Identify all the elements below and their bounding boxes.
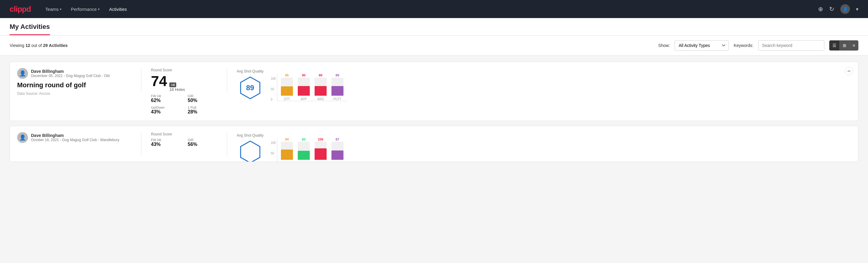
refresh-icon[interactable]: ↻ <box>829 5 834 12</box>
stat-label: 1 Putt <box>188 106 217 109</box>
bar-track-putt <box>332 142 343 160</box>
round-score-label: Round Score <box>151 132 217 136</box>
bar-track-app <box>298 142 310 160</box>
quality-section: Avg Shot Quality 89 100 50 <box>237 68 851 101</box>
nav-teams[interactable]: Teams ▾ <box>45 4 61 14</box>
search-input[interactable] <box>758 40 825 51</box>
chart-y-labels: 100 50 0 <box>271 77 276 101</box>
activity-type-select[interactable]: All Activity Types <box>675 40 729 51</box>
avatar[interactable]: 👤 <box>840 4 850 14</box>
viewing-prefix: Viewing <box>10 43 24 48</box>
avatar: 👤 <box>17 68 28 79</box>
stat-item: Up/Down 43% <box>151 106 181 115</box>
list-view-button[interactable]: ☰ <box>830 40 839 50</box>
page-title: My Activities <box>10 23 50 35</box>
bar-group-app: 83 APP <box>298 138 310 162</box>
keywords-label: Keywords: <box>734 43 753 48</box>
activity-card: 👤 Dave Billingham October 16, 2021 - Gog… <box>10 126 858 162</box>
stat-item: FW Hit 62% <box>151 94 181 103</box>
bar-label-app: APP <box>301 97 307 101</box>
nav-activities[interactable]: Activities <box>109 4 127 14</box>
activity-card: ✏ 👤 Dave Billingham December 05, 2021 - … <box>10 62 858 121</box>
user-row: 👤 Dave Billingham December 05, 2021 - Go… <box>17 68 131 79</box>
add-icon[interactable]: ⊕ <box>818 5 823 12</box>
viewing-total: 29 <box>43 43 48 48</box>
user-name: Dave Billingham <box>31 69 110 74</box>
bar-fill-arg <box>315 86 327 96</box>
hexagon: 89 <box>238 76 262 100</box>
bar-fill-ott <box>281 150 293 160</box>
stat-label: FW Hit <box>151 94 181 98</box>
stat-item: 1 Putt 28% <box>188 106 217 115</box>
data-source: Data Source: Arccos <box>17 91 131 96</box>
bars-container: 94 OTT 83 APP <box>277 138 347 162</box>
list-icon: ☰ <box>833 43 836 48</box>
viewing-of: out of <box>31 43 42 48</box>
bar-fill-app <box>298 86 310 96</box>
grid-icon: ⊞ <box>843 43 846 48</box>
svg-marker-1 <box>241 141 260 162</box>
card-left: 👤 Dave Billingham October 16, 2021 - Gog… <box>17 132 131 145</box>
stat-value: 43% <box>151 142 181 147</box>
divider <box>227 68 227 92</box>
user-date: October 16, 2021 - Gog Magog Golf Club -… <box>31 138 119 142</box>
edit-button[interactable]: ✏ <box>845 67 853 75</box>
bar-track-ott <box>281 78 293 96</box>
bar-label-arg: ARG <box>317 97 324 101</box>
divider <box>141 68 142 92</box>
score-detail: +4 18 Holes <box>169 82 185 92</box>
bar-group-app: 90 APP <box>298 74 310 101</box>
card-left: 👤 Dave Billingham December 05, 2021 - Go… <box>17 68 131 96</box>
bar-fill-arg <box>315 148 327 160</box>
stat-value: 43% <box>151 109 181 115</box>
bar-label-app: APP <box>301 162 307 162</box>
quality-title: Avg Shot Quality <box>237 133 264 138</box>
stat-label: GIR <box>188 138 217 142</box>
round-score-section: Round Score FW Hit 43% GIR 56% <box>151 132 217 147</box>
grid-view-button[interactable]: ⊞ <box>839 40 849 50</box>
activity-title: Morning round of golf <box>17 81 131 89</box>
compact-view-button[interactable]: ≡ <box>849 40 858 50</box>
nav-teams-label: Teams <box>45 7 59 12</box>
hexagon-svg <box>238 140 262 162</box>
y-label-0: 0 <box>271 98 276 101</box>
divider <box>227 132 227 156</box>
bars-container: 85 OTT 90 APP <box>277 74 347 101</box>
round-score-label: Round Score <box>151 68 217 72</box>
nav-performance[interactable]: Performance ▾ <box>71 4 99 14</box>
bar-label-ott: OTT <box>284 97 290 101</box>
user-name: Dave Billingham <box>31 133 119 138</box>
chevron-down-icon: ▾ <box>856 6 858 12</box>
round-score-section: Round Score 74 +4 18 Holes FW Hit 62% GI… <box>151 68 217 115</box>
stat-item: GIR 50% <box>188 94 217 103</box>
bar-group-putt: 89 PUTT <box>332 74 343 101</box>
bar-group-arg: 89 ARG <box>315 74 327 101</box>
bar-chart: 100 50 0 85 OTT <box>271 68 851 101</box>
stat-value: 50% <box>188 98 217 103</box>
y-label-50: 50 <box>271 88 276 91</box>
user-info: Dave Billingham October 16, 2021 - Gog M… <box>31 133 119 142</box>
stat-grid: FW Hit 43% GIR 56% <box>151 138 217 147</box>
logo[interactable]: clippd <box>10 4 31 14</box>
navbar-right: ⊕ ↻ 👤 ▾ <box>818 4 858 14</box>
user-row: 👤 Dave Billingham October 16, 2021 - Gog… <box>17 132 131 143</box>
stat-value: 62% <box>151 98 181 103</box>
stat-label: Up/Down <box>151 106 181 109</box>
bar-value-putt: 89 <box>336 74 339 77</box>
avatar-icon: 👤 <box>19 134 26 141</box>
bar-label-putt: PUTT <box>334 162 341 162</box>
viewing-text: Viewing 12 out of 29 Activities <box>10 43 654 48</box>
stat-value: 56% <box>188 142 217 147</box>
bar-track-app <box>298 78 310 96</box>
bar-value-app: 90 <box>302 74 306 77</box>
y-label-100: 100 <box>271 141 276 144</box>
chevron-down-icon: ▾ <box>60 7 61 11</box>
avatar-icon: 👤 <box>843 7 848 11</box>
avatar: 👤 <box>17 132 28 143</box>
stat-label: GIR <box>188 94 217 98</box>
bar-label-ott: OTT <box>284 162 290 162</box>
stat-label: FW Hit <box>151 138 181 142</box>
bar-value-ott: 85 <box>285 74 289 77</box>
content: ✏ 👤 Dave Billingham December 05, 2021 - … <box>0 56 868 173</box>
bar-fill-ott <box>281 86 293 96</box>
